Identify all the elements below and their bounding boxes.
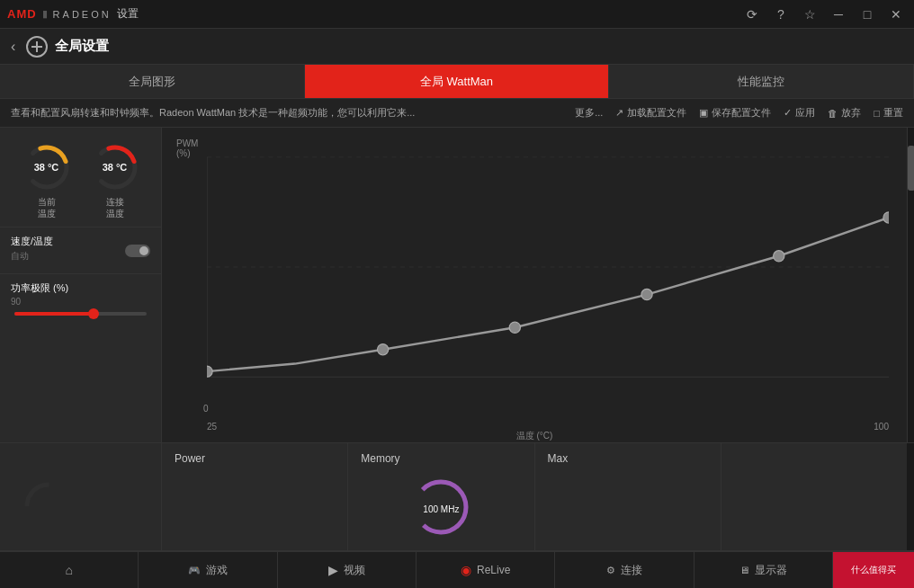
speed-temp-section: 速度/温度 自动 — [0, 227, 161, 273]
chart-x-label: 温度 (°C) — [516, 430, 553, 442]
nav-special-label: 什么值得买 — [851, 564, 896, 576]
content-row: 38 °C 当前温度 38 °C 连接温度 — [0, 128, 914, 442]
lower-empty-col — [721, 443, 907, 550]
info-description: 查看和配置风扇转速和时钟频率。Radeon WattMan 技术是一种超频功能，… — [11, 106, 564, 120]
chart-x-min: 25 — [207, 422, 217, 432]
svg-point-11 — [641, 289, 652, 299]
divider: ▮ — [42, 8, 48, 20]
svg-point-8 — [207, 366, 212, 377]
title-bar-logo: AMD ▮ RADEON 设置 — [7, 6, 741, 22]
info-actions: 更多... ↗ 加载配置文件 ▣ 保存配置文件 ✓ 应用 🗑 放弃 □ 重置 — [575, 106, 903, 120]
lower-power-title: Power — [175, 452, 335, 465]
nav-bar: ‹ 全局设置 — [0, 29, 914, 65]
power-limit-slider[interactable] — [14, 312, 147, 316]
speed-temp-row: 速度/温度 自动 — [11, 235, 150, 266]
tab-global-graphics[interactable]: 全局图形 — [0, 65, 305, 98]
gauge-connect-temp: 38 °C 连接温度 — [90, 142, 140, 219]
lower-scrollbar — [907, 443, 914, 550]
speed-temp-info: 速度/温度 自动 — [11, 235, 53, 266]
lower-row: Power Memory 100 MHz Max — [0, 442, 914, 550]
lower-memory-gauge: 100 MHz — [409, 476, 472, 541]
svg-point-9 — [378, 344, 389, 355]
tab-wattman[interactable]: 全局 WattMan — [305, 65, 610, 98]
power-limit-title: 功率极限 (%) — [11, 281, 150, 295]
lower-gauge-partial — [22, 479, 76, 506]
chart-y-zero: 0 — [203, 404, 209, 414]
arrow-icon: ↗ — [615, 107, 623, 119]
lower-memory-title: Memory — [361, 452, 399, 465]
save-icon: ▣ — [699, 107, 708, 119]
chart-area: PWM(%) — [162, 128, 907, 442]
lower-left — [0, 443, 162, 550]
maximize-icon[interactable]: □ — [856, 4, 878, 25]
slider-thumb[interactable] — [88, 308, 99, 319]
nav-connect-label: 连接 — [621, 563, 642, 578]
gauge-current-temp: 38 °C 当前温度 — [22, 142, 72, 219]
svg-point-10 — [509, 322, 520, 333]
save-config-button[interactable]: ▣ 保存配置文件 — [699, 106, 771, 120]
games-icon: 🎮 — [188, 565, 201, 576]
display-icon: 🖥 — [739, 565, 749, 575]
chart-svg — [207, 137, 889, 397]
lower-power-col: Power — [162, 443, 348, 550]
page-title: 全局设置 — [55, 38, 109, 55]
home-icon: ⌂ — [65, 563, 72, 577]
lower-memory-col: Memory 100 MHz — [348, 443, 534, 550]
main-wrapper: 38 °C 当前温度 38 °C 连接温度 — [0, 128, 914, 550]
load-config-button[interactable]: ↗ 加载配置文件 — [615, 106, 686, 120]
nav-relive[interactable]: ◉ ReLive — [417, 552, 555, 588]
speed-temp-sub: 自动 — [11, 250, 53, 263]
nav-video-label: 视频 — [344, 563, 365, 578]
reset-button[interactable]: □ 重置 — [874, 106, 903, 120]
star-icon[interactable]: ☆ — [799, 4, 820, 25]
lower-max-title: Max — [548, 452, 708, 465]
back-button[interactable]: ‹ — [11, 39, 15, 55]
svg-point-13 — [883, 212, 889, 223]
connect-icon: ⚙ — [606, 565, 615, 576]
nav-display-label: 显示器 — [755, 563, 787, 578]
nav-home[interactable]: ⌂ — [0, 552, 139, 588]
help-icon[interactable]: ? — [770, 4, 792, 25]
chart-x-max: 100 — [874, 422, 889, 432]
refresh-icon[interactable]: ⟳ — [741, 4, 763, 25]
globe-icon — [26, 36, 48, 58]
lower-max-col: Max — [535, 443, 721, 550]
bottom-nav: ⌂ 🎮 游戏 ▶ 视频 ◉ ReLive ⚙ 连接 🖥 显示器 什么值得买 — [0, 550, 914, 588]
power-limit-value: 90 — [11, 297, 150, 307]
trash-icon: 🗑 — [828, 108, 838, 119]
gauge-row: 38 °C 当前温度 38 °C 连接温度 — [0, 128, 161, 227]
tab-performance[interactable]: 性能监控 — [609, 65, 914, 98]
relive-icon: ◉ — [461, 563, 471, 577]
speed-temp-toggle[interactable] — [125, 245, 150, 257]
gauge-value-2: 38 °C — [103, 162, 128, 173]
slider-fill — [14, 312, 94, 316]
gauge-value-1: 38 °C — [34, 162, 59, 173]
info-bar: 查看和配置风扇转速和时钟频率。Radeon WattMan 技术是一种超频功能，… — [0, 99, 914, 128]
left-panel: 38 °C 当前温度 38 °C 连接温度 — [0, 128, 162, 442]
chart-y-label: PWM(%) — [176, 138, 198, 158]
tabs-bar: 全局图形 全局 WattMan 性能监控 — [0, 65, 914, 99]
nav-special[interactable]: 什么值得买 — [833, 552, 914, 588]
scrollbar-thumb[interactable] — [908, 146, 914, 191]
discard-button[interactable]: 🗑 放弃 — [828, 106, 861, 120]
lower-memory-value: 100 MHz — [423, 503, 459, 513]
nav-games[interactable]: 🎮 游戏 — [139, 552, 277, 588]
nav-connect[interactable]: ⚙ 连接 — [555, 552, 694, 588]
chart-container: PWM(%) — [162, 128, 907, 442]
nav-display[interactable]: 🖥 显示器 — [694, 552, 833, 588]
check-icon: ✓ — [784, 107, 792, 119]
minimize-icon[interactable]: ─ — [828, 4, 849, 25]
play-icon: ▶ — [328, 563, 338, 577]
gauge-circle-2: 38 °C — [90, 142, 140, 192]
nav-games-label: 游戏 — [206, 563, 228, 578]
close-icon[interactable]: ✕ — [885, 4, 907, 25]
scrollbar[interactable] — [907, 128, 914, 442]
speed-temp-title: 速度/温度 — [11, 235, 53, 248]
reset-icon: □ — [874, 108, 880, 119]
apply-button[interactable]: ✓ 应用 — [784, 106, 815, 120]
more-button[interactable]: 更多... — [575, 106, 603, 120]
gauge-circle-1: 38 °C — [22, 142, 72, 192]
title-bar: AMD ▮ RADEON 设置 ⟳ ? ☆ ─ □ ✕ — [0, 0, 914, 29]
nav-video[interactable]: ▶ 视频 — [278, 552, 417, 588]
settings-text: 设置 — [117, 6, 139, 22]
